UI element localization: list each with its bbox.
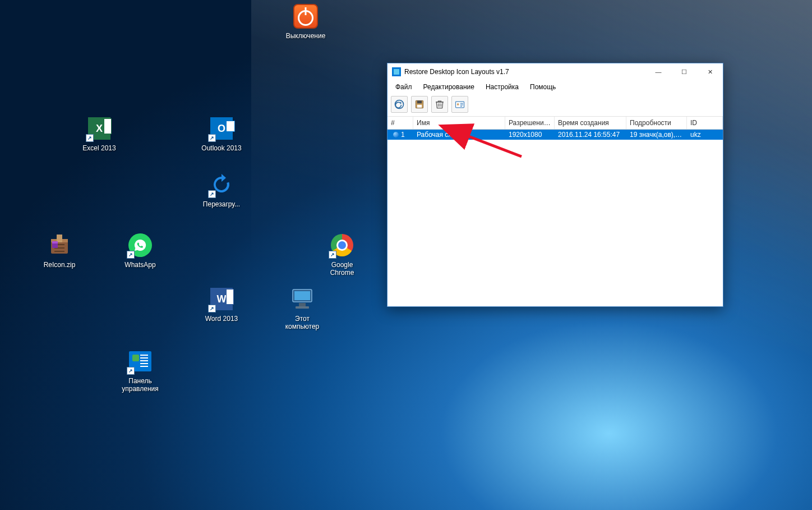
desktop-icon-label: Перезагру...: [196, 200, 247, 208]
svg-rect-12: [417, 105, 422, 108]
desktop-icon-shutdown[interactable]: Выключение: [280, 3, 331, 40]
menubar: Файл Редактирование Настройка Помощь: [387, 80, 723, 94]
window-title: Restore Desktop Icon Layouts v1.7: [404, 68, 645, 76]
column-header-time[interactable]: Время создания: [555, 117, 626, 129]
svg-rect-2: [57, 235, 62, 242]
list-body: 1 Рабочая схема 1920x1080 2016.11.24 16:…: [387, 130, 723, 306]
menu-edit[interactable]: Редактирование: [419, 81, 479, 93]
winrar-icon: [49, 233, 70, 257]
svg-rect-11: [417, 100, 422, 103]
desktop-icon-chrome[interactable]: Google Chrome: [317, 232, 367, 277]
shortcut-indicator-icon: [208, 305, 216, 313]
cell-resolution: 1920x1080: [505, 130, 555, 139]
column-header-details[interactable]: Подробности: [626, 117, 687, 129]
desktop-icon-whatsapp[interactable]: WhatsApp: [115, 232, 165, 269]
save-layout-button[interactable]: [411, 96, 428, 113]
shortcut-indicator-icon: [127, 251, 135, 259]
shortcut-indicator-icon: [329, 251, 336, 259]
svg-rect-8: [296, 306, 309, 309]
list-header: # Имя Разрешение ... Время создания Подр…: [387, 117, 723, 130]
svg-point-14: [457, 103, 459, 105]
cell-name: Рабочая схема: [413, 130, 505, 139]
shortcut-indicator-icon: [127, 367, 135, 375]
minimize-button[interactable]: —: [645, 63, 671, 80]
active-indicator-icon: [393, 132, 399, 137]
computer-icon: [290, 288, 314, 310]
desktop-icon-label: Этот компьютер: [277, 315, 327, 330]
menu-settings[interactable]: Настройка: [481, 81, 523, 93]
svg-rect-6: [294, 291, 310, 300]
shortcut-indicator-icon: [208, 190, 216, 198]
close-button[interactable]: ✕: [697, 63, 723, 80]
app-window-restore-desktop-icon-layouts: Restore Desktop Icon Layouts v1.7 — ☐ ✕ …: [387, 63, 723, 307]
save-icon: [414, 99, 425, 110]
id-card-icon: [454, 99, 465, 110]
column-header-name[interactable]: Имя: [413, 117, 505, 129]
list-row[interactable]: 1 Рабочая схема 1920x1080 2016.11.24 16:…: [387, 130, 723, 140]
restore-icon: [394, 99, 405, 110]
desktop-icon-label: Google Chrome: [317, 261, 367, 277]
window-titlebar[interactable]: Restore Desktop Icon Layouts v1.7 — ☐ ✕: [387, 63, 723, 80]
desktop-icon-outlook[interactable]: Outlook 2013: [196, 115, 247, 152]
desktop-icon-excel[interactable]: Excel 2013: [74, 115, 124, 152]
delete-layout-button[interactable]: [431, 96, 448, 113]
desktop-icon-label: Панель управления: [115, 377, 165, 393]
shortcut-indicator-icon: [86, 134, 94, 142]
svg-rect-4: [52, 241, 58, 243]
column-header-index[interactable]: #: [387, 117, 413, 129]
desktop-icon-label: WhatsApp: [115, 261, 165, 269]
trash-icon: [434, 99, 445, 110]
app-icon: [392, 67, 401, 76]
restore-layout-button[interactable]: [391, 96, 408, 113]
cell-index: 1: [401, 131, 405, 139]
desktop-icon-label: ReIcon.zip: [34, 261, 85, 269]
power-icon: [293, 4, 318, 29]
desktop-icon-label: Outlook 2013: [196, 144, 247, 152]
desktop-icon-control-panel[interactable]: Панель управления: [115, 348, 165, 393]
toolbar: [387, 94, 723, 117]
cell-details: 19 значк(а,ов), help: [626, 130, 687, 139]
maximize-button[interactable]: ☐: [671, 63, 697, 80]
desktop-icon-word[interactable]: Word 2013: [196, 286, 247, 323]
svg-rect-7: [299, 303, 306, 306]
desktop-icon-label: Word 2013: [196, 315, 247, 323]
shortcut-indicator-icon: [208, 134, 216, 142]
column-header-id[interactable]: ID: [687, 117, 723, 129]
about-button[interactable]: [451, 96, 468, 113]
cell-time: 2016.11.24 16:55:47: [555, 130, 626, 139]
desktop-icon-label: Выключение: [280, 32, 331, 40]
cell-id: ukz: [687, 130, 723, 139]
menu-file[interactable]: Файл: [391, 81, 417, 93]
desktop-icon-restart[interactable]: Перезагру...: [196, 171, 247, 208]
desktop-icon-label: Excel 2013: [74, 144, 124, 152]
desktop-icon-this-pc[interactable]: Этот компьютер: [277, 286, 327, 330]
menu-help[interactable]: Помощь: [525, 81, 560, 93]
column-header-resolution[interactable]: Разрешение ...: [505, 117, 555, 129]
desktop-icon-reicon-zip[interactable]: ReIcon.zip: [34, 232, 85, 269]
